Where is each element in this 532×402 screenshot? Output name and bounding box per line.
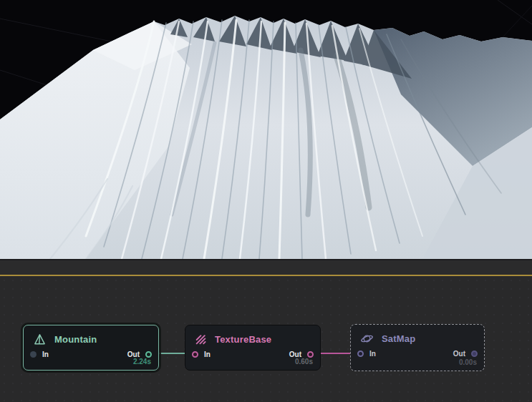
node-title: TextureBase — [215, 334, 271, 345]
port-in[interactable]: In — [192, 348, 211, 360]
pane-splitter[interactable] — [0, 259, 532, 276]
cook-time: 2.24s — [133, 358, 151, 366]
port-in[interactable]: In — [357, 348, 376, 359]
node-texturebase[interactable]: TextureBase In Out 0.60s — [185, 325, 321, 371]
mountain-icon — [33, 333, 47, 346]
port-out[interactable]: Out — [453, 348, 478, 359]
texture-icon — [195, 333, 207, 345]
node-header: Mountain — [33, 332, 97, 346]
port-out-dot[interactable] — [471, 350, 478, 357]
node-graph-canvas[interactable]: Mountain In Out 2.24s TextureBase In Out — [0, 276, 532, 402]
cook-time: 0.00s — [459, 358, 477, 366]
terrain-render — [0, 0, 532, 259]
terrain-3d-viewport[interactable] — [0, 0, 532, 259]
port-out-dot[interactable] — [145, 351, 152, 358]
node-mountain[interactable]: Mountain In Out 2.24s — [23, 325, 159, 371]
port-out-dot[interactable] — [307, 351, 314, 358]
node-title: Mountain — [54, 334, 97, 345]
port-in[interactable]: In — [30, 348, 49, 360]
satmap-icon — [360, 332, 374, 345]
node-satmap[interactable]: SatMap In Out 0.00s — [350, 324, 485, 371]
node-title: SatMap — [382, 333, 415, 344]
cook-time: 0.60s — [295, 358, 313, 366]
port-in-dot[interactable] — [357, 350, 364, 357]
node-header: TextureBase — [195, 332, 271, 346]
port-in-dot[interactable] — [192, 351, 198, 358]
node-header: SatMap — [360, 331, 415, 345]
port-in-dot[interactable] — [30, 351, 37, 358]
